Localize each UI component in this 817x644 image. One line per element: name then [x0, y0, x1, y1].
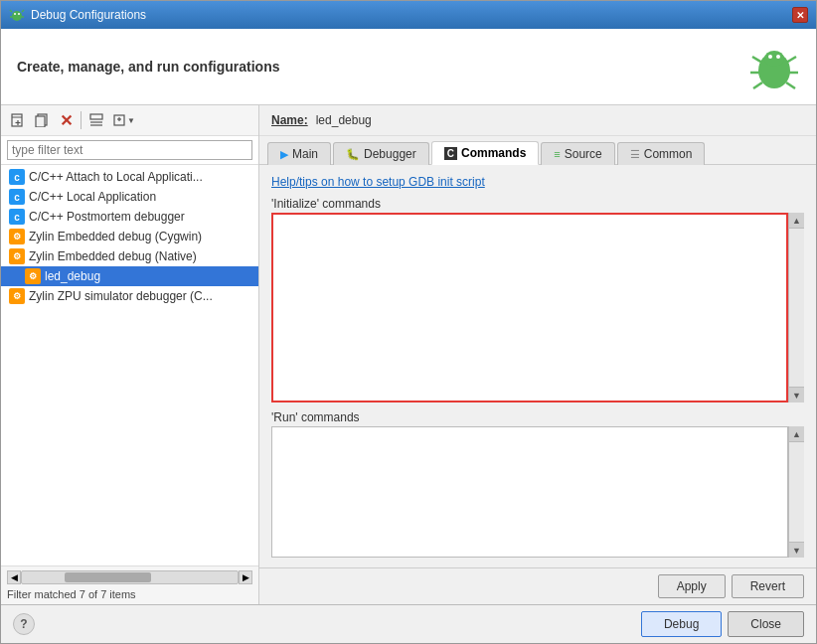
help-link[interactable]: Help/tips on how to setup GDB init scrip…	[271, 175, 804, 189]
item-label: Zylin Embedded debug (Native)	[29, 249, 197, 263]
close-window-button[interactable]: ✕	[792, 7, 808, 23]
zylin-icon: ⚙	[9, 288, 25, 304]
filter-status: Filter matched 7 of 7 items	[7, 588, 252, 600]
tab-main-label: Main	[292, 147, 318, 161]
debugger-tab-icon: 🐛	[346, 148, 360, 161]
help-button[interactable]: ?	[13, 613, 35, 635]
zylin-icon: ⚙	[25, 268, 41, 284]
vscroll-up-button[interactable]: ▲	[789, 213, 804, 229]
new-config-button[interactable]	[7, 109, 29, 131]
c-icon: c	[9, 209, 25, 225]
vscroll-track	[789, 229, 804, 387]
left-panel: ✕ ▼ c C/C++ Attach to Local Applicati...	[1, 105, 259, 604]
revert-button[interactable]: Revert	[732, 574, 804, 598]
vscroll-down-button[interactable]: ▼	[789, 387, 804, 402]
item-label: Zylin Embedded debug (Cygwin)	[29, 230, 202, 243]
title-bar-buttons: ✕	[792, 7, 808, 23]
debug-configurations-window: Debug Configurations ✕ Create, manage, a…	[0, 0, 817, 644]
svg-line-4	[22, 10, 24, 12]
common-tab-icon: ☰	[630, 148, 640, 161]
tab-debugger-label: Debugger	[364, 147, 416, 161]
horizontal-scrollbar[interactable]: ◀ ▶	[7, 570, 252, 584]
title-bar-left: Debug Configurations	[9, 7, 146, 23]
zylin-icon: ⚙	[9, 229, 25, 244]
header-title: Create, manage, and run configurations	[17, 59, 280, 75]
delete-config-button[interactable]: ✕	[55, 109, 77, 131]
title-bar: Debug Configurations ✕	[1, 1, 816, 29]
c-icon: c	[9, 169, 25, 185]
config-dropdown-button[interactable]: ▼	[109, 110, 139, 130]
init-commands-section: 'Initialize' commands ▲ ▼	[271, 197, 804, 402]
left-bottom: ◀ ▶ Filter matched 7 of 7 items	[1, 565, 258, 604]
list-item[interactable]: c C/C++ Attach to Local Applicati...	[1, 167, 258, 187]
apply-button[interactable]: Apply	[658, 574, 726, 598]
list-item[interactable]: ⚙ Zylin ZPU simulator debugger (C...	[1, 286, 258, 306]
run-commands-textarea[interactable]	[271, 426, 788, 558]
commands-tab-content: Help/tips on how to setup GDB init scrip…	[259, 165, 816, 567]
list-item[interactable]: ⚙ Zylin Embedded debug (Cygwin)	[1, 227, 258, 246]
list-item[interactable]: c C/C++ Postmortem debugger	[1, 207, 258, 227]
svg-line-3	[10, 10, 12, 12]
name-label: Name:	[271, 113, 308, 127]
scroll-right-button[interactable]: ▶	[239, 570, 252, 584]
footer: ? Debug Close	[1, 604, 816, 643]
zylin-icon: ⚙	[9, 248, 25, 264]
tab-common[interactable]: ☰ Common	[617, 142, 706, 165]
commands-tab-icon: C	[444, 147, 457, 160]
toolbar: ✕ ▼	[1, 105, 258, 136]
tab-debugger[interactable]: 🐛 Debugger	[333, 142, 429, 165]
name-row: Name: led_debug	[259, 105, 816, 136]
header-section: Create, manage, and run configurations	[1, 29, 816, 105]
tab-source-label: Source	[565, 147, 602, 161]
svg-point-10	[776, 55, 780, 59]
run-vscroll-track	[789, 442, 804, 542]
svg-line-12	[786, 57, 796, 63]
tab-source[interactable]: ≡ Source	[541, 142, 614, 165]
toolbar-separator	[81, 111, 82, 129]
debug-button[interactable]: Debug	[641, 611, 722, 637]
svg-point-8	[764, 51, 784, 67]
list-item-led-debug[interactable]: ⚙ led_debug	[1, 266, 258, 286]
action-bar: Apply Revert	[259, 567, 816, 604]
list-item[interactable]: ⚙ Zylin Embedded debug (Native)	[1, 246, 258, 266]
filter-input[interactable]	[7, 140, 252, 160]
scroll-track[interactable]	[21, 570, 239, 584]
svg-rect-22	[36, 116, 45, 127]
run-vscroll[interactable]: ▲ ▼	[788, 426, 804, 558]
c-icon: c	[9, 189, 25, 205]
svg-rect-17	[12, 114, 22, 126]
list-item[interactable]: c C/C++ Local Application	[1, 187, 258, 207]
svg-point-0	[12, 11, 22, 21]
copy-config-button[interactable]	[31, 109, 53, 131]
init-vscroll[interactable]: ▲ ▼	[788, 213, 804, 402]
run-commands-label: 'Run' commands	[271, 410, 804, 424]
run-vscroll-down-button[interactable]: ▼	[789, 542, 804, 558]
svg-rect-23	[90, 114, 102, 119]
bug-logo	[748, 41, 800, 92]
run-commands-container: ▲ ▼	[271, 426, 804, 558]
svg-point-2	[18, 13, 20, 15]
tab-common-label: Common	[644, 147, 693, 161]
init-commands-textarea[interactable]	[271, 213, 788, 402]
run-vscroll-up-button[interactable]: ▲	[789, 426, 804, 442]
init-commands-label: 'Initialize' commands	[271, 197, 804, 211]
tree-list[interactable]: c C/C++ Attach to Local Applicati... c C…	[1, 165, 258, 565]
name-value: led_debug	[316, 113, 372, 127]
dropdown-arrow-icon: ▼	[127, 116, 135, 125]
tab-main[interactable]: ▶ Main	[267, 142, 331, 165]
window-title: Debug Configurations	[31, 8, 146, 22]
collapse-all-button[interactable]	[85, 109, 107, 131]
item-label: C/C++ Postmortem debugger	[29, 210, 185, 224]
tabs-row: ▶ Main 🐛 Debugger C Commands ≡ Source ☰	[259, 136, 816, 165]
scroll-left-button[interactable]: ◀	[7, 570, 21, 584]
close-button[interactable]: Close	[728, 611, 804, 637]
right-panel: Name: led_debug ▶ Main 🐛 Debugger C Comm…	[259, 105, 816, 604]
svg-point-9	[768, 55, 772, 59]
run-commands-section: 'Run' commands ▲ ▼	[271, 410, 804, 558]
svg-line-15	[753, 82, 762, 88]
svg-line-11	[752, 57, 762, 63]
main-tab-icon: ▶	[280, 148, 288, 161]
svg-point-1	[14, 13, 16, 15]
tab-commands[interactable]: C Commands	[431, 141, 540, 165]
filter-input-wrap	[1, 136, 258, 165]
